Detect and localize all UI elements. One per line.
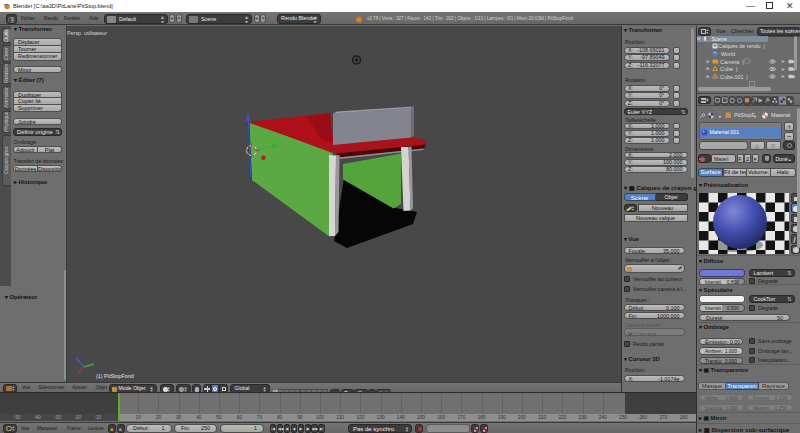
svg-text:⊞: ⊞ xyxy=(706,59,709,64)
svg-text:⊞: ⊞ xyxy=(697,36,700,41)
svg-text:▸: ▸ xyxy=(719,113,722,119)
svg-text:➤: ➤ xyxy=(781,59,785,64)
svg-text:⊞: ⊞ xyxy=(706,74,709,79)
svg-text:⊞: ⊞ xyxy=(706,66,709,71)
svg-text:➤: ➤ xyxy=(781,74,785,79)
svg-text:➤: ➤ xyxy=(781,67,785,72)
